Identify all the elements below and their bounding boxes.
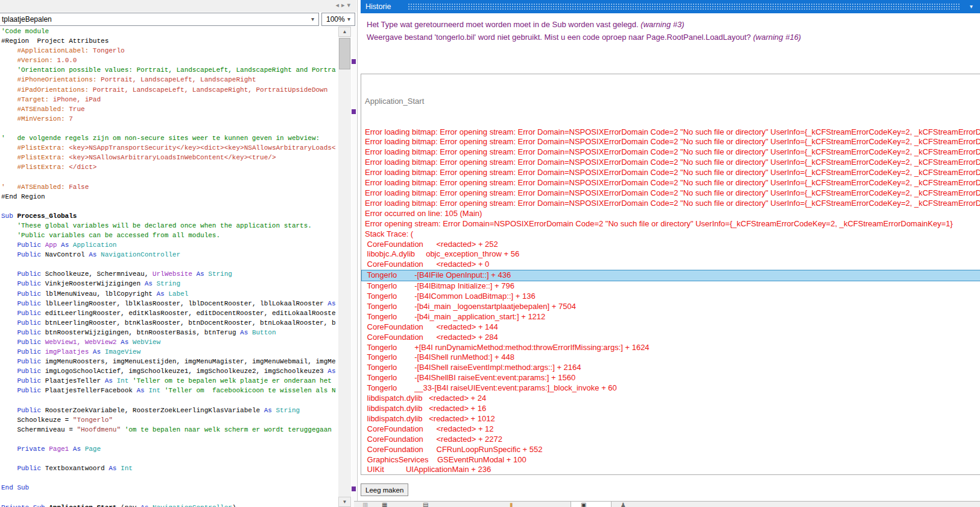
stack-line[interactable]: libdispatch.dylib <redacted> + 16: [365, 404, 980, 414]
code-line: Public imgMenuRoosters, imgMenuLestijden…: [1, 357, 338, 366]
code-line: ' #ATSEnabled: False: [1, 182, 338, 192]
code-line: #PlistExtra: </dict>: [1, 162, 338, 172]
code-line: Public VinkjeRoosterWijzigingen As Strin…: [1, 279, 338, 289]
titlebar-texture: [408, 3, 959, 10]
stack-line[interactable]: CoreFoundation <redacted> + 12: [365, 424, 980, 435]
warning-item[interactable]: Het Type wat geretourneerd moet worden m…: [367, 18, 980, 31]
bookmark-marker: [352, 59, 356, 64]
editor-vertical-scrollbar[interactable]: ▲ ▼: [338, 27, 351, 507]
scroll-down-icon[interactable]: ▼: [338, 497, 351, 507]
zoom-selector-value: 100%: [326, 15, 345, 24]
code-line: 'Public variables can be accessed from a…: [1, 231, 338, 240]
ide-window: ◂▸▾ tplaatjeBepalen ▾ 100% ▾ 'Code modul…: [0, 0, 980, 507]
stack-line[interactable]: CoreFoundation <redacted> + 144: [365, 322, 980, 333]
bookmark-marker: [352, 109, 356, 114]
code-line: Public NavControl As NavigationControlle…: [1, 250, 338, 260]
code-line: #Target: iPhone, iPad: [1, 95, 338, 104]
code-line: #PlistExtra: <key>NSAllowsArbitraryLoads…: [1, 153, 338, 162]
bottom-tab-icon-5[interactable]: ▣: [581, 502, 586, 507]
stack-line[interactable]: Tongerlo -[b4i_main _application_start:]…: [365, 312, 980, 322]
code-line: Private Page1 As Page: [1, 444, 338, 454]
code-line: Public imgPlaatjes As ImageView: [1, 347, 338, 357]
code-line: #ATSEnabled: True: [1, 104, 338, 114]
code-line: ' de volgende regels zijn om non-secure …: [1, 133, 338, 143]
editor-menu-icon[interactable]: ▾: [347, 1, 353, 8]
code-line: Public WebView1, WebView2 As WebView: [1, 337, 338, 347]
code-line: [1, 454, 338, 464]
code-editor[interactable]: 'Code module#Region Project Attributes #…: [0, 27, 338, 507]
scroll-up-icon[interactable]: ▲: [338, 27, 351, 37]
warning-list: Het Type wat geretourneerd moet worden m…: [361, 13, 980, 74]
stack-line[interactable]: libdispatch.dylib <redacted> + 24: [365, 394, 980, 404]
editor-mini-toolbar: ◂▸▾: [0, 0, 356, 12]
code-line: #MinVersion: 7: [1, 114, 338, 124]
code-line: #iPhoneOrientations: Portrait, Landscape…: [1, 75, 338, 84]
logs-pane: Historie ▾ Het Type wat geretourneerd mo…: [357, 0, 980, 507]
log-line: Error loading bitmap: Error opening stre…: [365, 147, 980, 158]
code-line: Private Sub Application_Start (nav As Na…: [1, 503, 338, 507]
stack-line[interactable]: Tongerlo -[B4IShellBI raiseEvent:event:p…: [365, 373, 980, 383]
log-line: Stack Trace: (: [365, 229, 980, 240]
stack-line[interactable]: Tongerlo -[b4i_main _logoenstartplaatjeb…: [365, 302, 980, 312]
code-line: Public PlaatjesTeller As Int 'Teller om …: [1, 376, 338, 386]
code-line: Public Schoolkeuze, Schermniveau, UrlWeb…: [1, 269, 338, 279]
code-line: [1, 396, 338, 406]
code-line: Public lblLeerlingRooster, lblKlasRooste…: [1, 299, 338, 308]
code-line: Schoolkeuze = "Tongerlo": [1, 415, 338, 425]
code-line: #ApplicationLabel: Tongerlo: [1, 46, 338, 56]
zoom-selector-dropdown[interactable]: 100% ▾: [321, 13, 355, 26]
stack-line[interactable]: Tongerlo +[B4I runDynamicMethod:method:t…: [365, 343, 980, 353]
warning-item[interactable]: Weergave bestand 'tongerlo.bil' word nie…: [367, 31, 980, 43]
log-line: Error loading bitmap: Error opening stre…: [365, 158, 980, 168]
chevron-down-icon[interactable]: ▾: [309, 13, 317, 25]
stack-line[interactable]: Tongerlo -[B4ICommon LoadBitmap::] + 136: [365, 292, 980, 302]
code-line: [1, 124, 338, 133]
panel-menu-icon[interactable]: ▾: [970, 0, 973, 13]
bottom-tab-icon-4[interactable]: ▮: [510, 502, 513, 507]
stack-line[interactable]: Tongerlo -[B4IBitmap Initialize::] + 796: [365, 281, 980, 292]
stack-line[interactable]: Tongerlo -[B4IShell raiseEventImpl:metho…: [365, 363, 980, 373]
stack-line[interactable]: UIKit UIApplicationMain + 236: [365, 465, 980, 475]
stack-line[interactable]: CoreFoundation CFRunLoopRunSpecific + 55…: [365, 445, 980, 455]
code-line: [1, 172, 338, 182]
code-line: [1, 202, 338, 211]
code-line: Public imgLogoSchoolActief, imgSchoolkeu…: [1, 366, 338, 376]
code-editor-pane: ◂▸▾ tplaatjeBepalen ▾ 100% ▾ 'Code modul…: [0, 0, 356, 507]
code-line: Schermniveau = "Hoofdmenu" 'om te bepale…: [1, 425, 338, 435]
code-line: #End Region: [1, 192, 338, 202]
log-line: Error loading bitmap: Error opening stre…: [365, 168, 980, 178]
stack-line[interactable]: GraphicsServices GSEventRunModal + 100: [365, 455, 980, 465]
stack-line[interactable]: Tongerlo -[B4IShell runMethod:] + 448: [365, 352, 980, 363]
bottom-tab-selected[interactable]: [571, 502, 612, 507]
stack-line[interactable]: libdispatch.dylib <redacted> + 1012: [365, 414, 980, 424]
code-line: [1, 493, 338, 503]
stack-line[interactable]: CoreFoundation <redacted> + 284: [365, 333, 980, 343]
code-line: 'Code module: [1, 27, 338, 36]
bottom-tab-icon-2[interactable]: ▦: [382, 502, 387, 507]
stack-line-selected[interactable]: Tongerlo -[B4IFile OpenInput::] + 436: [361, 270, 980, 281]
stack-line[interactable]: Tongerlo __33-[B4I raiseUIEvent:event:pa…: [365, 383, 980, 394]
bottom-tab-strip: ▥▦▤▮▣♟: [354, 501, 980, 507]
module-selector-dropdown[interactable]: tplaatjeBepalen ▾: [0, 13, 319, 26]
code-line: #Version: 1.0.0: [1, 56, 338, 65]
bottom-tab-icon-1[interactable]: ▥: [362, 502, 368, 507]
bottom-tab-icon-6[interactable]: ♟: [621, 502, 626, 507]
code-line: [1, 260, 338, 269]
bookmark-marker: [352, 486, 356, 491]
code-line: [1, 435, 338, 444]
editor-marker-strip: [352, 27, 356, 507]
stack-line[interactable]: CoreFoundation <redacted> + 0: [365, 260, 980, 270]
code-line: End Sub: [1, 483, 338, 493]
clear-log-button[interactable]: Leeg maken: [361, 483, 408, 496]
code-line: Public btnRoosterWijzigingen, btnRooster…: [1, 328, 338, 337]
navigate-back-icon[interactable]: ◂: [335, 1, 341, 8]
stack-line[interactable]: CoreFoundation <redacted> + 2272: [365, 435, 980, 445]
stack-line[interactable]: libobjc.A.dylib objc_exception_throw + 5…: [365, 249, 980, 260]
bottom-tab-icon-3[interactable]: ▤: [423, 502, 428, 507]
code-line: 'These global variables will be declared…: [1, 221, 338, 231]
code-line: #PlistExtra: <key>NSAppTransportSecurity…: [1, 143, 338, 153]
scrollbar-thumb[interactable]: [339, 38, 350, 69]
chevron-down-icon[interactable]: ▾: [345, 13, 353, 25]
stack-line[interactable]: CoreFoundation <redacted> + 252: [365, 240, 980, 250]
code-line: #Region Project Attributes: [1, 36, 338, 46]
